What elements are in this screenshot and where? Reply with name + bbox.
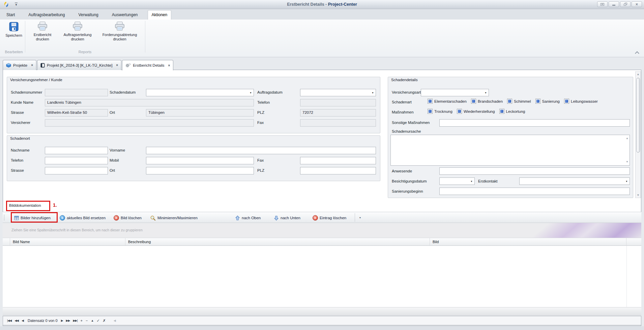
bilddokumentation-tab-label[interactable]: Bilddokumentation [9, 203, 41, 207]
combo-schadendatum[interactable]: ▼ [146, 89, 254, 96]
scroll-down-icon[interactable]: ▼ [626, 161, 628, 163]
ribbon-tab-verwaltung[interactable]: Verwaltung [75, 10, 102, 20]
input-ort-plz[interactable] [300, 167, 376, 174]
nav-prev-page-button[interactable]: ◀◀ [14, 319, 19, 322]
doc-tab-close-icon[interactable]: × [31, 63, 33, 67]
label-kunde-plz: PLZ [257, 110, 264, 114]
massnahmen-checkbox-row: Trocknung Wiederherstellung Leckortung [428, 109, 525, 114]
checkbox-leckortung[interactable]: Leckortung [499, 109, 525, 114]
input-ort-ort[interactable] [146, 167, 254, 174]
save-button[interactable]: Speichern [3, 21, 24, 38]
checkbox-elementarschaden[interactable]: Elementarschaden [428, 99, 467, 104]
ribbon-tab-auswertungen[interactable]: Auswertungen [108, 10, 142, 20]
print-forderungsabtretung-button[interactable]: Forderungsabtretung drucken [97, 21, 142, 41]
ribbon-tab-aktionen[interactable]: Aktionen [148, 10, 172, 20]
combo-versicherungsart[interactable]: ▼ [421, 89, 489, 96]
input-ort-fax[interactable] [300, 157, 376, 164]
input-sonstige-massnahmen[interactable] [439, 119, 630, 127]
toolbar-drag-handle[interactable] [4, 215, 5, 220]
input-kunde-name[interactable]: Landkreis Tübingen [45, 99, 254, 106]
nav-last-button[interactable]: ▶▶| [73, 319, 77, 322]
checkbox-wiederherstellung[interactable]: Wiederherstellung [457, 109, 495, 114]
input-vorname[interactable] [146, 147, 376, 154]
ribbon-tab-start[interactable]: Start [3, 10, 19, 20]
doc-tab-close-icon[interactable]: × [168, 64, 170, 67]
combo-auftragsdatum[interactable]: ▼ [300, 89, 376, 96]
nav-prev-button[interactable]: ◀ [22, 319, 24, 322]
label-ort-fax: Fax [257, 158, 264, 162]
minimize-maximize-button[interactable]: Minimieren/Maximieren [150, 214, 198, 221]
toolbar-overflow-dropdown[interactable]: ▼ [357, 214, 363, 221]
add-images-button[interactable]: Bilder hinzufügen [14, 214, 51, 221]
column-header-bild[interactable]: Bild [430, 238, 626, 246]
minimize-button[interactable] [609, 1, 619, 7]
print-erstbericht-button[interactable]: Erstbericht drucken [27, 21, 58, 41]
input-schadensnummer[interactable] [45, 89, 108, 96]
groupby-bar[interactable]: Ziehen Sie eine Spaltenüberschrift in di… [3, 223, 641, 238]
chevron-down-icon[interactable]: ▼ [372, 92, 374, 94]
nav-next-page-button[interactable]: ▶▶ [66, 319, 70, 322]
nav-next-button[interactable]: ▶ [61, 319, 63, 322]
input-kunde-fax[interactable] [300, 119, 376, 127]
checkbox-leitungswasser[interactable]: Leitungswasser [564, 99, 598, 104]
combo-erstkontakt[interactable]: ▼ [519, 177, 630, 185]
input-versicherer[interactable] [45, 119, 254, 127]
form-vertical-scrollbar[interactable]: ▲ ▼ [635, 71, 641, 198]
doc-tab-projekte[interactable]: Projekte × [3, 60, 36, 70]
schadenart-checkbox-row: Elementarschaden Brandschaden Schimmel S… [428, 99, 598, 104]
nav-cancel-button[interactable]: ✗ [103, 319, 106, 323]
input-sanierungsbeginn[interactable] [439, 188, 630, 195]
scrollbar-thumb[interactable] [636, 78, 640, 153]
input-kunde-ort[interactable]: Tübingen [146, 109, 254, 117]
delete-entry-button[interactable]: × Eintrag löschen [313, 214, 346, 221]
chevron-down-icon[interactable]: ▼ [470, 180, 473, 183]
textarea-schadenursache[interactable]: ▲ ▼ [390, 135, 630, 166]
move-up-button[interactable]: nach Oben [235, 214, 261, 221]
ribbon-tab-auftragsbearbeitung[interactable]: Auftragsbearbeitung [25, 10, 68, 20]
doc-tab-erstbericht-details[interactable]: Erstbericht Details × [122, 60, 173, 70]
grid-indicator-column [3, 238, 10, 246]
nav-edit-button[interactable]: ▲ [91, 319, 93, 322]
ribbon-collapse-icon[interactable] [635, 51, 639, 56]
chevron-down-icon[interactable]: ▼ [625, 180, 628, 183]
column-header-bild-name[interactable]: Bild Name [10, 238, 125, 246]
input-ort-strasse[interactable] [45, 167, 108, 174]
delete-entry-label: Eintrag löschen [320, 216, 346, 220]
input-mobil[interactable] [146, 157, 254, 164]
checkbox-schimmel[interactable]: Schimmel [507, 99, 531, 104]
chevron-down-icon[interactable]: ▼ [250, 92, 252, 94]
input-ort-telefon[interactable] [45, 157, 108, 164]
input-nachname[interactable] [45, 147, 108, 154]
move-down-button[interactable]: nach Unten [274, 214, 300, 221]
doc-tab-projekt[interactable]: Projekt [K_2024-3] [K_LK-TÜ_Kirchte] × [37, 60, 121, 70]
input-anwesende[interactable] [439, 167, 630, 175]
input-kunde-telefon[interactable] [300, 99, 376, 106]
input-kunde-plz[interactable]: 72072 [300, 109, 376, 117]
checkbox-sanierung[interactable]: Sanierung [535, 99, 560, 104]
nav-post-button[interactable]: ✓ [96, 319, 99, 323]
scrollbar-up-icon[interactable]: ▲ [636, 73, 641, 76]
checkbox-brandschaden[interactable]: Brandschaden [471, 99, 503, 104]
groupby-hint-text: Ziehen Sie eine Spaltenüberschrift in di… [11, 228, 143, 232]
combo-besichtigungsdatum[interactable]: ▼ [439, 177, 475, 185]
delete-image-button[interactable]: × Bild löschen [114, 214, 142, 221]
delete-image-label: Bild löschen [121, 216, 142, 220]
chevron-down-icon[interactable]: ▼ [485, 92, 487, 94]
scroll-up-icon[interactable]: ▲ [626, 137, 628, 140]
replace-image-button[interactable]: + aktuelles Bild ersetzen [60, 214, 106, 221]
restore-button[interactable] [620, 1, 631, 7]
close-button[interactable]: × [632, 1, 642, 7]
scrollbar-down-icon[interactable]: ▼ [636, 194, 641, 197]
doc-tab-close-icon[interactable]: × [116, 63, 118, 67]
grid-body-empty[interactable] [3, 246, 641, 307]
nav-disabled-icon: ◀ [114, 319, 116, 322]
nav-first-button[interactable]: |◀◀ [7, 319, 11, 322]
nav-append-button[interactable]: + [81, 319, 83, 323]
checkbox-trocknung[interactable]: Trocknung [428, 109, 452, 114]
column-header-beschreibung[interactable]: Beschreibung [125, 238, 430, 246]
fullscreen-button[interactable] [597, 1, 608, 7]
input-kunde-strasse[interactable]: Wilhelm-Keil-Straße 50 [45, 109, 108, 117]
application-window: { "titlebar": {"doc": "Erstbericht Detai… [0, 0, 644, 330]
print-auftragserteilung-button[interactable]: Auftragserteilung drucken [59, 21, 96, 41]
nav-delete-button[interactable]: − [86, 319, 88, 323]
